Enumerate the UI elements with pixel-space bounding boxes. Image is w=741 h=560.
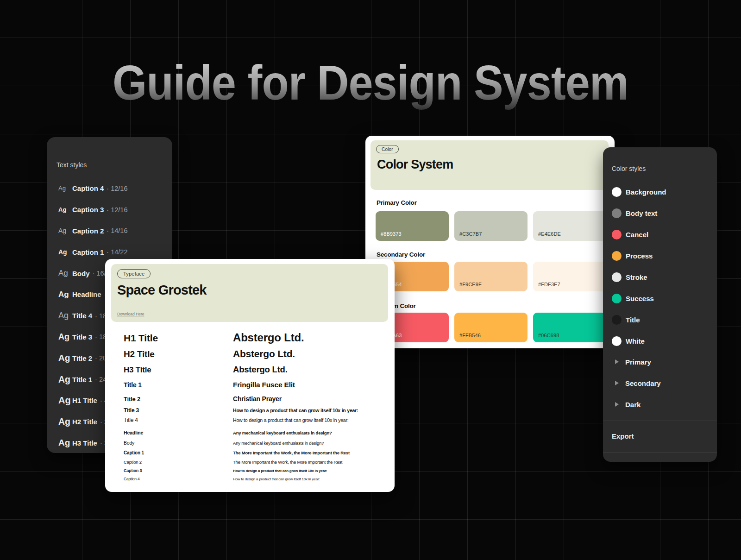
color-styles-panel-title: Color styles: [612, 165, 646, 172]
color-dot: [612, 336, 622, 346]
style-preview-ag: Ag: [58, 185, 72, 192]
style-preview-ag: Ag: [58, 248, 72, 256]
divider: [603, 421, 717, 421]
type-row-title-1: Title 1Fringilla Fusce Elit: [124, 381, 388, 389]
secondary-color-label: Secondary Color: [377, 251, 425, 258]
style-preview-ag: Ag: [58, 227, 72, 234]
color-swatch: #8B9373: [376, 211, 449, 241]
primary-color-row: #8B9373 #C3C7B7 #E4E6DE: [376, 211, 606, 241]
swatch-hex-label: #C3C7B7: [459, 231, 482, 237]
type-row-caption-4: Caption 4How to design a product that ca…: [124, 477, 388, 481]
color-style-cancel[interactable]: Cancel: [612, 224, 712, 245]
group-primary[interactable]: Primary: [612, 351, 712, 372]
swatch-hex-label: #F9CE9F: [459, 282, 482, 287]
color-style-title[interactable]: Title: [612, 309, 712, 330]
color-swatch: #F9CE9F: [454, 262, 527, 291]
color-dot: [612, 272, 622, 282]
typeface-badge: Typeface: [117, 269, 151, 278]
color-swatch: #C3C7B7: [454, 211, 527, 241]
typeface-title: Space Grostek: [117, 283, 207, 298]
download-link[interactable]: Download Here: [117, 312, 144, 316]
type-row-title-3: Title 3How to design a product that can …: [124, 407, 388, 414]
color-card-header: Color Color System: [370, 140, 609, 190]
color-card-title: Color System: [377, 157, 453, 172]
page-background: Guide for Design System Text styles AgCa…: [0, 0, 741, 560]
style-preview-ag: Ag: [58, 332, 72, 342]
color-style-process[interactable]: Process: [612, 245, 712, 266]
text-style-item-caption-3[interactable]: AgCaption 3· 12/16: [58, 199, 172, 220]
color-styles-list: Background Body text Cancel Process Stro…: [612, 181, 712, 352]
style-preview-ag: Ag: [58, 290, 72, 299]
export-button[interactable]: Export: [612, 432, 634, 440]
color-dot: [612, 294, 622, 303]
type-row-title-4: Title 4How to design a product that can …: [124, 417, 388, 423]
system-color-row: #F75A63 #FFB546 #06C698: [376, 313, 606, 342]
typeface-card-header: Typeface Space Grostek Download Here: [111, 264, 388, 322]
type-row-title-2: Title 2Christian Prayer: [124, 395, 388, 403]
color-dot: [612, 187, 622, 197]
color-swatch: #FFB546: [454, 313, 527, 342]
color-style-stroke[interactable]: Stroke: [612, 266, 712, 288]
primary-color-label: Primary Color: [377, 199, 417, 206]
type-row-headline: HeadlineAny mechanical keyboard enthusia…: [124, 430, 388, 435]
text-style-item-caption-2[interactable]: AgCaption 2· 14/16: [58, 220, 172, 242]
chevron-right-icon: [615, 381, 619, 385]
color-styles-panel: Color styles Background Body text Cancel…: [603, 147, 717, 462]
color-style-background[interactable]: Background: [612, 181, 712, 202]
swatch-hex-label: #06C698: [538, 333, 559, 338]
swatch-hex-label: #FDF3E7: [538, 282, 560, 287]
color-dot: [612, 208, 622, 218]
type-row-h3: H3 TitleAbstergo Ltd.: [124, 365, 388, 375]
type-row-h1: H1 TitleAbstergo Ltd.: [124, 331, 388, 344]
type-row-caption-1: Caption 1The More Important the Work, th…: [124, 450, 388, 455]
style-preview-ag: Ag: [58, 416, 72, 427]
swatch-hex-label: #E4E6DE: [538, 231, 561, 237]
color-style-white[interactable]: White: [612, 330, 712, 352]
style-preview-ag: Ag: [58, 206, 72, 213]
text-style-item-caption-4[interactable]: AgCaption 4· 12/16: [58, 178, 172, 199]
type-row-caption-3: Caption 3How to design a product that ca…: [124, 468, 388, 473]
group-dark[interactable]: Dark: [612, 394, 712, 415]
page-title: Guide for Design System: [113, 55, 628, 111]
color-system-card: Color Color System Primary Color #8B9373…: [365, 136, 615, 348]
secondary-color-row: #F2A654 #F9CE9F #FDF3E7: [376, 262, 606, 291]
color-swatch: #FDF3E7: [533, 262, 606, 291]
color-dot: [612, 230, 622, 239]
style-preview-ag: Ag: [58, 438, 72, 448]
style-preview-ag: Ag: [58, 395, 72, 406]
divider: [603, 452, 717, 453]
color-style-body-text[interactable]: Body text: [612, 202, 712, 224]
type-row-caption-2: Caption 2The More Important the Work, th…: [124, 459, 388, 465]
chevron-right-icon: [615, 402, 619, 407]
color-badge: Color: [376, 145, 399, 153]
text-styles-panel-title: Text styles: [57, 161, 87, 169]
typeface-card: Typeface Space Grostek Download Here H1 …: [105, 259, 395, 492]
style-preview-ag: Ag: [58, 374, 72, 385]
swatch-hex-label: #8B9373: [381, 231, 402, 237]
group-secondary[interactable]: Secondary: [612, 372, 712, 394]
color-swatch: #E4E6DE: [533, 211, 606, 241]
color-style-success[interactable]: Success: [612, 288, 712, 309]
style-preview-ag: Ag: [58, 269, 72, 278]
style-preview-ag: Ag: [58, 311, 72, 321]
color-dot: [612, 315, 622, 325]
color-dot: [612, 251, 622, 261]
chevron-right-icon: [615, 359, 619, 364]
style-preview-ag: Ag: [58, 353, 72, 363]
type-row-body: BodyAny mechanical keyboard enthusiasts …: [124, 440, 388, 446]
color-swatch: #06C698: [533, 313, 606, 342]
color-style-groups: Primary Secondary Dark: [612, 351, 712, 415]
type-row-h2: H2 TitleAbstergo Ltd.: [124, 348, 388, 359]
swatch-hex-label: #FFB546: [459, 333, 481, 338]
